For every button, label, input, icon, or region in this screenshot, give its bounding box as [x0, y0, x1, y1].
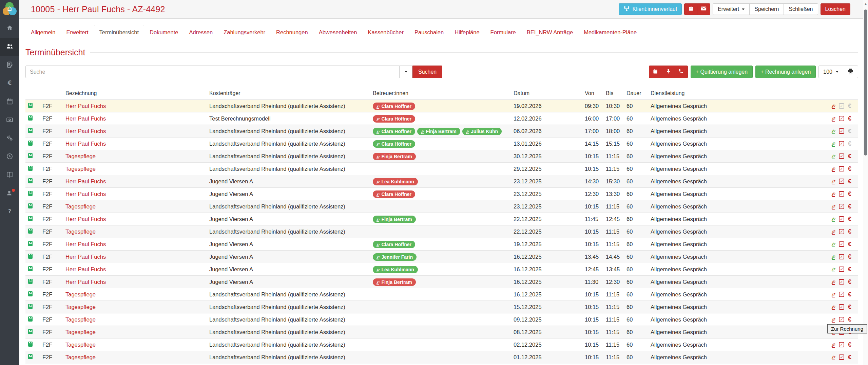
- table-row[interactable]: F2F Herr Paul Fuchs Test Berechnungsmode…: [25, 112, 858, 125]
- signature-action-icon[interactable]: ℘: [832, 354, 835, 360]
- sidebar-item-settings[interactable]: [0, 129, 19, 148]
- table-row[interactable]: F2F Tagespflege Landschaftsverband Rhein…: [25, 225, 858, 238]
- sidebar-item-clock[interactable]: [0, 148, 19, 166]
- appointment-link[interactable]: Tagespflege: [65, 342, 96, 348]
- confirm-checkbox-icon[interactable]: ✓: [839, 141, 844, 146]
- table-row[interactable]: F2F Herr Paul Fuchs Jugend Viersen A ℘Le…: [25, 175, 858, 188]
- table-row[interactable]: F2F Herr Paul Fuchs Landschaftsverband R…: [25, 125, 858, 138]
- appointment-link[interactable]: Tagespflege: [65, 304, 96, 310]
- table-row[interactable]: F2F Herr Paul Fuchs Jugend Viersen A ℘Cl…: [25, 238, 858, 251]
- confirm-checkbox-icon[interactable]: ✓: [839, 279, 844, 285]
- table-row[interactable]: F2F Tagespflege Landschaftsverband Rhein…: [25, 301, 858, 313]
- table-row[interactable]: F2F Tagespflege Landschaftsverband Rhein…: [25, 339, 858, 351]
- betreuer-badge[interactable]: ℘Clara Höffner: [373, 241, 415, 248]
- sidebar-item-help[interactable]: ?: [0, 203, 19, 221]
- sidebar-item-forms[interactable]: [0, 56, 19, 74]
- tab-hilfepl-ne[interactable]: Hilfepläne: [449, 25, 485, 40]
- signature-action-icon[interactable]: ℘: [832, 266, 835, 272]
- signature-action-icon[interactable]: ℘: [832, 115, 835, 122]
- invoice-euro-icon[interactable]: €: [848, 278, 851, 286]
- scrollbar-thumb[interactable]: [864, 10, 867, 156]
- betreuer-badge[interactable]: ℘Clara Höffner: [373, 103, 415, 110]
- betreuer-badge[interactable]: ℘Clara Höffner: [373, 190, 415, 198]
- signature-action-icon[interactable]: ℘: [832, 291, 835, 297]
- invoice-euro-icon[interactable]: €: [848, 304, 851, 311]
- confirm-checkbox-icon[interactable]: ✓: [839, 229, 844, 234]
- page-size-select[interactable]: 100: [819, 66, 843, 78]
- tab-allgemein[interactable]: Allgemein: [25, 25, 61, 40]
- invoice-euro-icon[interactable]: €: [848, 228, 851, 235]
- appointment-link[interactable]: Herr Paul Fuchs: [65, 115, 106, 122]
- appointment-link[interactable]: Tagespflege: [65, 203, 96, 209]
- table-row[interactable]: F2F Tagespflege Landschaftsverband Rhein…: [25, 351, 858, 364]
- calendar-button[interactable]: [684, 3, 697, 15]
- betreuer-badge[interactable]: ℘Finja Bertram: [373, 278, 416, 286]
- signature-action-icon[interactable]: ℘: [832, 254, 835, 260]
- table-row[interactable]: F2F Herr Paul Fuchs Jugend Viersen A ℘Je…: [25, 251, 858, 263]
- sidebar-item-home[interactable]: [0, 19, 19, 38]
- sidebar-item-billing[interactable]: [0, 111, 19, 129]
- tab-formulare[interactable]: Formulare: [485, 25, 521, 40]
- sidebar-item-calendar[interactable]: [0, 93, 19, 111]
- sidebar-item-journal[interactable]: [0, 166, 19, 184]
- signature-action-icon[interactable]: ℘: [832, 191, 835, 197]
- erweitert-button[interactable]: Erweitert: [713, 3, 750, 15]
- invoice-euro-icon[interactable]: €: [848, 316, 851, 323]
- appointment-link[interactable]: Tagespflege: [65, 291, 96, 297]
- table-row[interactable]: F2F Herr Paul Fuchs Landschaftsverband R…: [25, 138, 858, 150]
- betreuer-badge[interactable]: ℘Lea Kuhlmann: [373, 266, 418, 273]
- signature-action-icon[interactable]: ℘: [832, 203, 835, 209]
- confirm-checkbox-icon[interactable]: ✓: [839, 267, 844, 272]
- betreuer-badge[interactable]: ℘Clara Höffner: [373, 140, 415, 148]
- signature-action-icon[interactable]: ℘: [832, 103, 835, 109]
- table-row[interactable]: F2F Herr Paul Fuchs Jugend Viersen A ℘Fi…: [25, 213, 858, 225]
- invoice-euro-icon[interactable]: €: [848, 165, 851, 172]
- betreuer-badge[interactable]: ℘Julius Kühn: [462, 128, 502, 135]
- confirm-checkbox-icon[interactable]: ✓: [839, 304, 844, 310]
- toolbar-calendar-button[interactable]: [649, 66, 662, 78]
- confirm-checkbox-icon[interactable]: ✓: [839, 241, 844, 247]
- signature-action-icon[interactable]: ℘: [832, 128, 835, 134]
- schliessen-button[interactable]: Schließen: [784, 3, 818, 15]
- betreuer-badge[interactable]: ℘Finja Bertram: [373, 216, 416, 223]
- table-row[interactable]: F2F Tagespflege Landschaftsverband Rhein…: [25, 150, 858, 163]
- tab-zahlungsverkehr[interactable]: Zahlungsverkehr: [218, 25, 271, 40]
- search-input[interactable]: [25, 66, 400, 78]
- confirm-checkbox-icon[interactable]: ✓: [839, 191, 844, 197]
- tab-adressen[interactable]: Adressen: [184, 25, 218, 40]
- confirm-checkbox-icon[interactable]: ✓: [839, 342, 844, 347]
- signature-action-icon[interactable]: ℘: [832, 342, 835, 348]
- table-row[interactable]: F2F Tagespflege Landschaftsverband Rhein…: [25, 288, 858, 301]
- table-row[interactable]: F2F Tagespflege Landschaftsverband Rhein…: [25, 326, 858, 339]
- table-row[interactable]: F2F Herr Paul Fuchs Jugend Viersen A ℘Fi…: [25, 276, 858, 288]
- invoice-euro-icon[interactable]: €: [848, 203, 851, 210]
- tab-bei-nrw-antr-ge[interactable]: BEI_NRW Anträge: [521, 25, 578, 40]
- invoice-euro-icon[interactable]: €: [848, 115, 851, 122]
- app-logo[interactable]: ⌂: [0, 0, 19, 19]
- print-button[interactable]: [843, 66, 858, 78]
- invoice-euro-icon[interactable]: €: [848, 103, 851, 110]
- invoice-euro-icon[interactable]: €: [848, 178, 851, 185]
- sidebar-item-clients[interactable]: [0, 38, 19, 56]
- appointment-link[interactable]: Herr Paul Fuchs: [65, 216, 106, 222]
- signature-action-icon[interactable]: ℘: [832, 229, 835, 235]
- appointment-link[interactable]: Herr Paul Fuchs: [65, 279, 106, 285]
- appointment-link[interactable]: Tagespflege: [65, 329, 96, 335]
- invoice-euro-icon[interactable]: €: [848, 253, 851, 260]
- invoice-euro-icon[interactable]: €: [848, 266, 851, 273]
- tab-abwesenheiten[interactable]: Abwesenheiten: [313, 25, 363, 40]
- search-filter-dropdown[interactable]: [400, 66, 412, 78]
- confirm-checkbox-icon[interactable]: ✓: [839, 103, 844, 109]
- appointment-link[interactable]: Herr Paul Fuchs: [65, 254, 106, 260]
- tab-kassenb-cher[interactable]: Kassenbücher: [362, 25, 409, 40]
- invoice-euro-icon[interactable]: €: [848, 241, 851, 248]
- invoice-euro-icon[interactable]: €: [848, 153, 851, 160]
- signature-action-icon[interactable]: ℘: [832, 241, 835, 247]
- tab-dokumente[interactable]: Dokumente: [144, 25, 184, 40]
- betreuer-badge[interactable]: ℘Lea Kuhlmann: [373, 178, 418, 185]
- invoice-euro-icon[interactable]: €: [848, 291, 851, 298]
- signature-action-icon[interactable]: ℘: [832, 279, 835, 285]
- appointment-link[interactable]: Herr Paul Fuchs: [65, 178, 106, 184]
- tab-pauschalen[interactable]: Pauschalen: [409, 25, 449, 40]
- signature-action-icon[interactable]: ℘: [832, 166, 835, 172]
